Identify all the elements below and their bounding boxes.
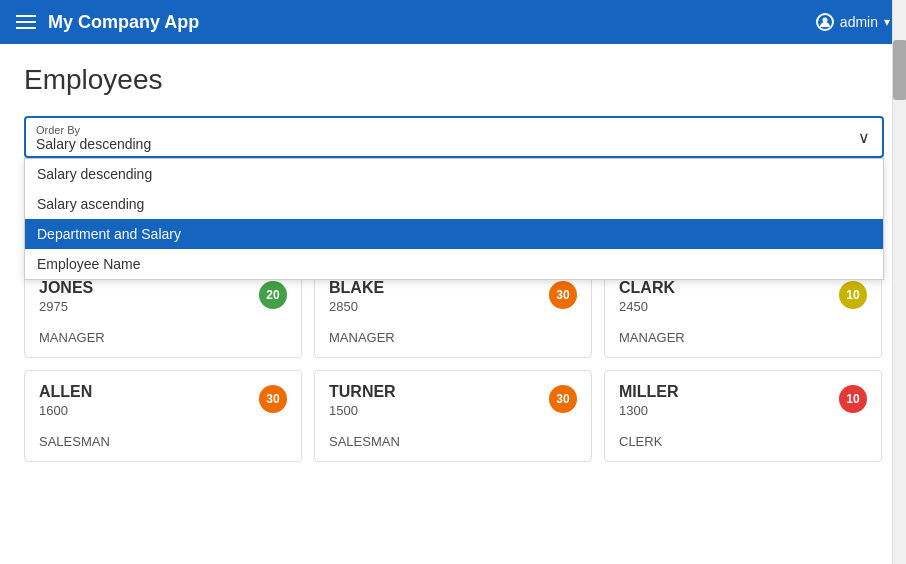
page-title: Employees (24, 64, 882, 96)
card-salary: 1500 (329, 403, 577, 418)
card-dept: MANAGER (329, 330, 577, 345)
dropdown-option-dept-salary[interactable]: Department and Salary (25, 219, 883, 249)
app-title: My Company App (48, 12, 199, 33)
card-salary: 2850 (329, 299, 577, 314)
cards-row-3: ALLEN 1600 30 SALESMAN TURNER 1500 30 SA… (24, 370, 882, 462)
card-allen: ALLEN 1600 30 SALESMAN (24, 370, 302, 462)
card-miller: MILLER 1300 10 CLERK (604, 370, 882, 462)
card-badge: 30 (549, 385, 577, 413)
dropdown-option-salary-asc[interactable]: Salary ascending (25, 189, 883, 219)
user-menu-chevron[interactable]: ▾ (884, 15, 890, 29)
dropdown-label: Order By (36, 124, 872, 136)
card-badge: 20 (259, 281, 287, 309)
card-name: ALLEN (39, 383, 92, 400)
hamburger-menu-button[interactable] (16, 15, 36, 29)
card-dept: SALESMAN (329, 434, 577, 449)
card-name: TURNER (329, 383, 396, 400)
card-name: BLAKE (329, 279, 384, 296)
card-salary: 2450 (619, 299, 867, 314)
card-salary: 2975 (39, 299, 287, 314)
card-name: CLARK (619, 279, 675, 296)
scrollbar[interactable] (892, 0, 906, 564)
card-dept: CLERK (619, 434, 867, 449)
card-dept: MANAGER (619, 330, 867, 345)
page-content: Employees Order By Salary descending ∨ S… (0, 44, 906, 482)
header-left: My Company App (16, 12, 199, 33)
card-badge: 30 (549, 281, 577, 309)
card-turner: TURNER 1500 30 SALESMAN (314, 370, 592, 462)
dropdown-option-salary-desc[interactable]: Salary descending (25, 159, 883, 189)
card-salary: 1600 (39, 403, 287, 418)
dropdown-select-box[interactable]: Order By Salary descending ∨ (24, 116, 884, 158)
dropdown-option-emp-name[interactable]: Employee Name (25, 249, 883, 279)
svg-point-0 (822, 18, 827, 23)
card-badge: 10 (839, 385, 867, 413)
card-badge: 10 (839, 281, 867, 309)
app-header: My Company App admin ▾ (0, 0, 906, 44)
dropdown-current-value: Salary descending (36, 136, 872, 152)
card-name: JONES (39, 279, 93, 296)
dropdown-menu: Salary descending Salary ascending Depar… (24, 158, 884, 280)
card-badge: 30 (259, 385, 287, 413)
order-by-dropdown[interactable]: Order By Salary descending ∨ Salary desc… (24, 116, 882, 158)
card-dept: SALESMAN (39, 434, 287, 449)
user-icon (816, 13, 834, 31)
user-label: admin (840, 14, 878, 30)
card-salary: 1300 (619, 403, 867, 418)
dropdown-arrow-icon: ∨ (858, 128, 870, 147)
scrollbar-thumb[interactable] (893, 40, 906, 100)
card-dept: MANAGER (39, 330, 287, 345)
header-right: admin ▾ (816, 13, 890, 31)
card-name: MILLER (619, 383, 679, 400)
